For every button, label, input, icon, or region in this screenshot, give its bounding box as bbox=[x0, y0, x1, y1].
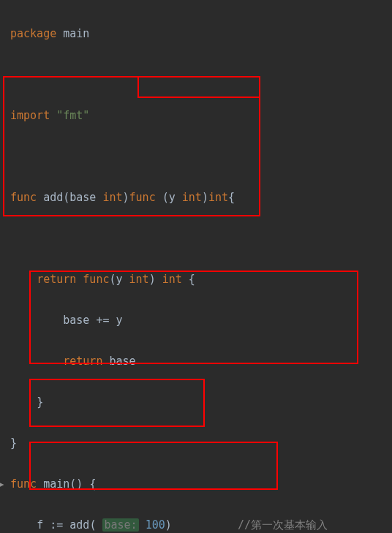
func-name-main: main bbox=[43, 477, 69, 491]
brace: { bbox=[89, 477, 96, 491]
run-gutter-icon[interactable]: ▸ bbox=[0, 474, 5, 494]
code-line: package main bbox=[10, 23, 392, 44]
code-line: return base bbox=[10, 351, 392, 371]
keyword-package: package bbox=[10, 27, 56, 40]
number-literal: 100 bbox=[146, 518, 165, 532]
call-add: add bbox=[69, 518, 89, 532]
code-line bbox=[10, 228, 392, 249]
type-int: int bbox=[129, 273, 149, 286]
paren: ( bbox=[109, 273, 116, 286]
type-int: int bbox=[102, 191, 122, 204]
code-line: func add(base int)func (y int)int{ bbox=[10, 187, 392, 208]
paren: ( bbox=[63, 191, 69, 204]
code-line: } bbox=[10, 433, 392, 453]
code-line: base += y bbox=[10, 310, 392, 330]
ident-main: main bbox=[63, 27, 89, 40]
param-base: base bbox=[69, 191, 96, 204]
ident-y: y bbox=[116, 314, 123, 327]
operator-pluseq: += bbox=[96, 314, 109, 327]
paren: ) bbox=[202, 191, 208, 204]
string-fmt: "fmt" bbox=[56, 109, 89, 122]
code-line: import "fmt" bbox=[10, 105, 392, 126]
keyword-func: func bbox=[10, 191, 37, 204]
paren: ( bbox=[89, 518, 96, 532]
paren: ) bbox=[165, 518, 172, 532]
type-int: int bbox=[208, 191, 228, 204]
brace: } bbox=[10, 436, 17, 450]
func-name-add: add bbox=[43, 191, 63, 204]
code-line: ▸func main() { bbox=[10, 474, 392, 494]
keyword-return: return bbox=[63, 355, 102, 368]
operator-assign: := bbox=[50, 518, 63, 532]
code-editor[interactable]: package main import "fmt" func add(base … bbox=[0, 0, 392, 533]
keyword-func: func bbox=[10, 477, 37, 491]
param-hint: base: bbox=[102, 518, 138, 532]
keyword-import: import bbox=[10, 109, 50, 122]
paren: () bbox=[69, 477, 83, 491]
code-line: return func(y int) int { bbox=[10, 269, 392, 290]
brace: { bbox=[189, 273, 195, 286]
keyword-func: func bbox=[129, 191, 156, 204]
comment: //第一次基本输入 bbox=[238, 518, 328, 532]
code-line bbox=[10, 64, 392, 85]
brace: } bbox=[37, 396, 43, 409]
paren: ) bbox=[149, 273, 156, 286]
keyword-func: func bbox=[83, 273, 109, 286]
ident-base: base bbox=[63, 314, 89, 327]
type-int: int bbox=[182, 191, 202, 204]
paren: ) bbox=[123, 191, 129, 204]
keyword-return: return bbox=[37, 273, 76, 286]
code-line bbox=[10, 146, 392, 167]
param-y: y bbox=[169, 191, 176, 204]
paren: ( bbox=[162, 191, 169, 204]
brace: { bbox=[228, 191, 235, 204]
param-y: y bbox=[116, 273, 123, 286]
code-line: f := add( base: 100) //第一次基本输入 bbox=[10, 515, 392, 533]
ident-f: f bbox=[37, 518, 43, 532]
code-line: } bbox=[10, 392, 392, 412]
type-int: int bbox=[162, 273, 182, 286]
ident-base: base bbox=[109, 355, 135, 368]
